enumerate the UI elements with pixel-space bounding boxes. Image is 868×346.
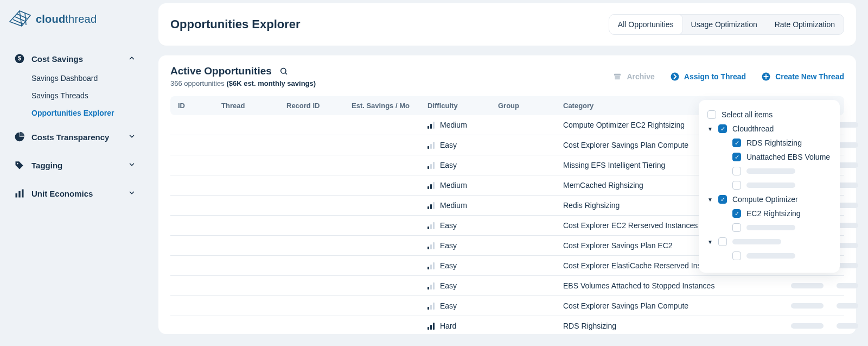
svg-line-7 — [285, 73, 287, 74]
filter-item[interactable]: EC2 Rightsizing — [707, 206, 831, 221]
filter-item[interactable] — [707, 221, 831, 235]
column-header[interactable]: Record ID — [286, 102, 352, 110]
nav-item-label: Tagging — [31, 161, 62, 170]
filter-item-label: EC2 Rightsizing — [746, 209, 801, 218]
filter-group-label: Cloudthread — [732, 124, 774, 133]
filter-item[interactable] — [707, 249, 831, 263]
svg-rect-8 — [614, 73, 621, 75]
checkbox[interactable] — [732, 139, 741, 147]
checkbox[interactable] — [718, 195, 727, 204]
caret-down-icon: ▼ — [707, 239, 713, 245]
search-icon[interactable] — [278, 66, 289, 77]
checkbox[interactable] — [732, 251, 741, 260]
filter-item[interactable]: Unattached EBS Volume — [707, 150, 831, 164]
checkbox[interactable] — [732, 181, 741, 190]
difficulty-label: Easy — [440, 261, 457, 270]
filter-item[interactable]: RDS Rightsizing — [707, 136, 831, 150]
svg-rect-9 — [615, 76, 620, 79]
category-label: EBS Volumes Attached to Stopped Instance… — [563, 281, 791, 290]
category-label: Cost Explorer Savings Plan Compute — [563, 301, 791, 310]
filter-item[interactable] — [707, 178, 831, 192]
nav-item-costs-transparency[interactable]: Costs Transparency — [9, 126, 141, 148]
checkbox[interactable] — [732, 167, 741, 175]
svg-point-6 — [281, 68, 286, 73]
difficulty-bars-icon — [427, 262, 435, 269]
scope-tabs: All OpportunitiesUsage OptimizationRate … — [609, 14, 844, 35]
filter-group[interactable]: ▼ — [707, 235, 831, 249]
filter-group[interactable]: ▼Cloudthread — [707, 122, 831, 136]
svg-point-10 — [671, 72, 679, 80]
nav-child-savings-threads[interactable]: Savings Threads — [31, 89, 141, 102]
difficulty-bars-icon — [427, 181, 435, 189]
chevron-down-icon — [128, 189, 136, 198]
section-subtitle: 366 opportunities ($6K est. monthly savi… — [170, 79, 316, 87]
assign-to-thread-button[interactable]: Assign to Thread — [670, 72, 746, 81]
column-header[interactable]: Group — [498, 102, 563, 110]
checkbox[interactable] — [718, 237, 727, 246]
difficulty-bars-icon — [427, 202, 435, 209]
difficulty-label: Hard — [440, 322, 456, 330]
filter-item-label: Unattached EBS Volume — [746, 153, 830, 161]
nav-item-cost-savings[interactable]: $Cost Savings — [9, 48, 141, 70]
table-row[interactable]: EasyEBS Volumes Attached to Stopped Inst… — [170, 276, 844, 296]
brand-logo: cloudthread — [9, 8, 141, 41]
filter-item[interactable] — [707, 164, 831, 178]
column-header[interactable]: Est. Savings / Mo — [352, 102, 427, 110]
difficulty-bars-icon — [427, 161, 435, 169]
tab-usage[interactable]: Usage Optimization — [682, 15, 766, 34]
difficulty-label: Easy — [440, 301, 457, 310]
difficulty-label: Medium — [440, 201, 467, 210]
difficulty-label: Easy — [440, 141, 457, 149]
checkbox[interactable] — [732, 209, 741, 218]
checkbox[interactable] — [732, 223, 741, 232]
page-title: Opportunities Explorer — [170, 17, 301, 32]
svg-rect-5 — [22, 190, 23, 198]
difficulty-bars-icon — [427, 121, 435, 129]
cost-savings-icon: $ — [14, 53, 25, 64]
category-label: RDS Righsizing — [563, 322, 791, 330]
brand-text: cloudthread — [36, 13, 97, 26]
nav-child-savings-dashboard[interactable]: Savings Dashboard — [31, 72, 141, 85]
checkbox[interactable] — [707, 110, 716, 119]
nav-item-tagging[interactable]: Tagging — [9, 154, 141, 176]
difficulty-bars-icon — [427, 302, 435, 310]
nav-item-label: Unit Economics — [31, 189, 93, 198]
table-row[interactable]: EasyCost Explorer Savings Plan Compute — [170, 296, 844, 316]
svg-point-2 — [17, 163, 18, 165]
filter-group[interactable]: ▼Compute Optimizer — [707, 192, 831, 206]
nav-item-unit-economics[interactable]: Unit Economics — [9, 183, 141, 204]
content-card: Active Opportunities 366 opportunities (… — [158, 55, 856, 334]
filter-group-label: Compute Optimizer — [732, 195, 798, 204]
svg-rect-4 — [18, 191, 20, 198]
column-header[interactable]: Difficulty — [427, 102, 498, 110]
svg-text:$: $ — [18, 55, 21, 61]
filter-item-label: RDS Rightsizing — [746, 139, 802, 147]
caret-down-icon: ▼ — [707, 126, 713, 132]
category-filter-dropdown[interactable]: Select all items▼CloudthreadRDS Rightsiz… — [699, 100, 840, 273]
difficulty-bars-icon — [427, 322, 435, 330]
tab-all[interactable]: All Opportunities — [609, 15, 682, 34]
difficulty-label: Easy — [440, 161, 457, 169]
select-all-row[interactable]: Select all items — [707, 108, 831, 122]
page-header: Opportunities Explorer All Opportunities… — [158, 3, 856, 46]
difficulty-label: Easy — [440, 241, 457, 250]
difficulty-label: Easy — [440, 281, 457, 290]
difficulty-label: Medium — [440, 121, 467, 129]
column-header[interactable]: Thread — [221, 102, 286, 110]
caret-down-icon: ▼ — [707, 197, 713, 203]
nav-child-opportunities-explorer[interactable]: Opportunities Explorer — [31, 106, 141, 119]
tab-rate[interactable]: Rate Optimization — [766, 15, 844, 34]
nav-item-label: Costs Transparency — [31, 133, 109, 142]
create-new-thread-button[interactable]: Create New Thread — [761, 72, 844, 81]
checkbox[interactable] — [732, 153, 741, 161]
table-row[interactable]: HardRDS Righsizing — [170, 316, 844, 336]
difficulty-bars-icon — [427, 282, 435, 290]
plus-circle-icon — [761, 72, 771, 81]
checkbox[interactable] — [718, 124, 727, 133]
difficulty-bars-icon — [427, 222, 435, 229]
unit-economics-icon — [14, 188, 25, 199]
nav-item-label: Cost Savings — [31, 54, 83, 64]
column-header[interactable]: ID — [178, 102, 221, 110]
arrow-right-circle-icon — [670, 72, 680, 81]
difficulty-label: Medium — [440, 181, 467, 190]
